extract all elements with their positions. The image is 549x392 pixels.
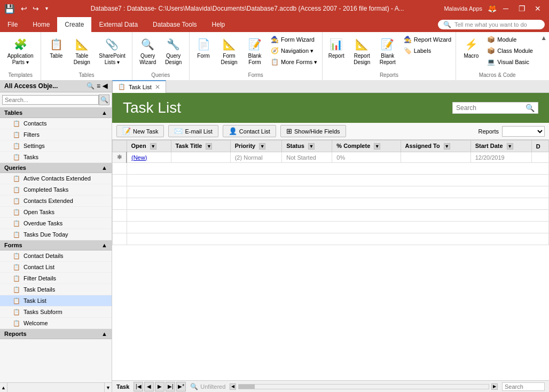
qa-dropdown[interactable]: ▼ — [43, 6, 51, 11]
nav-prev-btn[interactable]: ◀ — [144, 382, 154, 391]
form-design-btn[interactable]: 📐 FormDesign — [217, 34, 241, 67]
undo-btn[interactable]: ↩ — [19, 4, 29, 13]
table-design-btn[interactable]: 📐 TableDesign — [69, 34, 94, 67]
ribbon-collapse-btn[interactable]: ▲ — [538, 32, 549, 80]
tab-help[interactable]: Help — [205, 17, 233, 32]
scroll-left-btn[interactable]: ◀ — [230, 383, 236, 390]
nav-item-completed-tasks[interactable]: 📋 Completed Tasks — [0, 184, 112, 195]
nav-item-open-tasks[interactable]: 📋 Open Tasks — [0, 207, 112, 218]
cell-start-date[interactable]: 12/20/2019 — [470, 152, 531, 163]
table-btn[interactable]: 📋 Table — [44, 34, 68, 60]
nav-section-forms[interactable]: Forms ▲ — [0, 240, 112, 250]
nav-search-btn[interactable]: 🔍 — [99, 95, 109, 105]
form-wizard-btn[interactable]: 🧙 Form Wizard — [268, 34, 320, 45]
maximize-btn[interactable]: ❐ — [515, 3, 529, 14]
navigation-btn[interactable]: 🧭 Navigation ▾ — [268, 45, 320, 56]
sort-priority[interactable]: ▼ — [259, 143, 265, 150]
doc-tab-close-btn[interactable]: ✕ — [155, 83, 160, 91]
sort-assigned[interactable]: ▼ — [444, 143, 450, 150]
nav-last-btn[interactable]: ▶| — [166, 382, 175, 391]
status-search-input[interactable] — [502, 382, 545, 391]
nav-item-tasks-subform[interactable]: 📋 Tasks Subform — [0, 307, 112, 318]
nav-first-btn[interactable]: |◀ — [134, 382, 143, 391]
nav-scroll-down-btn[interactable]: ▼ — [104, 383, 112, 393]
nav-item-tasks[interactable]: 📋 Tasks — [0, 152, 112, 163]
tab-home[interactable]: Home — [25, 17, 57, 32]
query-design-btn[interactable]: 🔧 QueryDesign — [161, 34, 186, 67]
nav-section-queries[interactable]: Queries ▲ — [0, 163, 112, 173]
more-forms-btn[interactable]: 📋 More Forms ▾ — [268, 57, 320, 67]
nav-item-overdue-tasks[interactable]: 📋 Overdue Tasks — [0, 218, 112, 229]
nav-item-contact-details[interactable]: 📋 Contact Details — [0, 250, 112, 262]
nav-options-icon[interactable]: ≡ — [97, 82, 100, 90]
minimize-btn[interactable]: ─ — [499, 3, 513, 14]
sort-percent[interactable]: ▼ — [374, 143, 380, 150]
close-btn[interactable]: ✕ — [531, 3, 545, 14]
visual-basic-btn[interactable]: 💻 Visual Basic — [484, 57, 536, 67]
sharepoint-lists-btn[interactable]: 📎 SharePointLists ▾ — [95, 34, 129, 67]
macro-btn[interactable]: ⚡ Macro — [459, 34, 483, 60]
content-search-input[interactable] — [456, 104, 526, 112]
new-task-btn[interactable]: 📝 New Task — [116, 125, 164, 137]
report-design-btn[interactable]: 📐 ReportDesign — [350, 34, 374, 67]
nav-item-filters[interactable]: 📋 Filters — [0, 129, 112, 140]
application-parts-btn[interactable]: 🧩 ApplicationParts ▾ — [4, 34, 37, 67]
cell-task-title[interactable] — [171, 152, 230, 163]
nav-item-contacts[interactable]: 📋 Contacts — [0, 118, 112, 129]
scroll-track-h[interactable] — [238, 384, 489, 389]
report-wizard-btn[interactable]: 🧙 Report Wizard — [401, 34, 454, 45]
tab-file[interactable]: File — [0, 17, 25, 32]
nav-new-btn[interactable]: ▶* — [176, 382, 186, 391]
nav-scroll-up-btn[interactable]: ▲ — [0, 383, 7, 393]
blank-form-btn[interactable]: 📝 BlankForm — [242, 34, 267, 67]
reports-dropdown[interactable] — [502, 126, 545, 137]
tab-external-data[interactable]: External Data — [91, 17, 145, 32]
scroll-right-btn[interactable]: ▶ — [491, 383, 498, 390]
nav-section-tables[interactable]: Tables ▲ — [0, 108, 112, 118]
nav-item-tasks-due-today[interactable]: 📋 Tasks Due Today — [0, 229, 112, 240]
cell-assigned-to[interactable] — [401, 152, 470, 163]
show-hide-fields-btn[interactable]: ⊞ Show/Hide Fields — [280, 125, 346, 137]
module-btn[interactable]: 📦 Module — [484, 34, 536, 45]
cell-status[interactable]: Not Started — [282, 152, 332, 163]
report-btn[interactable]: 📊 Report — [324, 34, 349, 60]
contact-list-btn[interactable]: 👤 Contact List — [223, 125, 276, 137]
sort-open[interactable]: ▼ — [150, 143, 156, 150]
table-row[interactable]: ✱ (New) (2) Normal Not Started 0% 12/20/… — [113, 152, 549, 163]
nav-search-input[interactable] — [2, 95, 99, 105]
nav-item-welcome[interactable]: 📋 Welcome — [0, 318, 112, 329]
nav-search-icon[interactable]: 🔍 — [87, 82, 95, 90]
nav-item-settings[interactable]: 📋 Settings — [0, 140, 112, 152]
nav-item-contact-list[interactable]: 📋 Contact List — [0, 262, 112, 273]
sort-status[interactable]: ▼ — [308, 143, 315, 150]
tab-create[interactable]: Create — [57, 17, 91, 32]
cell-priority[interactable]: (2) Normal — [230, 152, 282, 163]
sort-start-date[interactable]: ▼ — [507, 143, 513, 150]
labels-btn[interactable]: 🏷️ Labels — [401, 45, 454, 56]
nav-item-task-details[interactable]: 📋 Task Details — [0, 284, 112, 295]
ribbon-group-reports: 📊 Report 📐 ReportDesign 📝 BlankReport 🧙 … — [323, 32, 457, 80]
form-btn[interactable]: 📄 Form — [191, 34, 216, 60]
nav-item-contacts-extended[interactable]: 📋 Contacts Extended — [0, 195, 112, 207]
tab-database-tools[interactable]: Database Tools — [145, 17, 205, 32]
content-search-icon[interactable]: 🔍 — [526, 104, 535, 112]
cell-open[interactable]: (New) — [127, 152, 171, 163]
nav-section-reports[interactable]: Reports ▲ — [0, 329, 112, 339]
cell-d[interactable] — [531, 152, 548, 163]
class-module-btn[interactable]: 📦 Class Module — [484, 45, 536, 56]
empty-marker — [113, 163, 127, 175]
labels-label: Labels — [414, 48, 431, 54]
nav-item-task-list[interactable]: 📋 Task List — [0, 295, 112, 307]
email-list-btn[interactable]: ✉️ E-mail List — [168, 125, 218, 137]
ribbon-search[interactable]: 🔍 Tell me what you want to do — [438, 20, 545, 29]
blank-report-btn[interactable]: 📝 BlankReport — [375, 34, 400, 67]
nav-item-filter-details[interactable]: 📋 Filter Details — [0, 273, 112, 284]
cell-percent-complete[interactable]: 0% — [332, 152, 401, 163]
nav-item-active-contacts[interactable]: 📋 Active Contacts Extended — [0, 173, 112, 184]
sort-task-title[interactable]: ▼ — [206, 143, 212, 150]
query-wizard-btn[interactable]: 🔍 QueryWizard — [136, 34, 160, 67]
nav-chevron-icon[interactable]: ◀ — [103, 82, 107, 90]
nav-next-btn[interactable]: ▶ — [155, 382, 164, 391]
redo-btn[interactable]: ↪ — [31, 4, 41, 13]
doc-tab-task-list[interactable]: 📋 Task List ✕ — [112, 80, 166, 93]
